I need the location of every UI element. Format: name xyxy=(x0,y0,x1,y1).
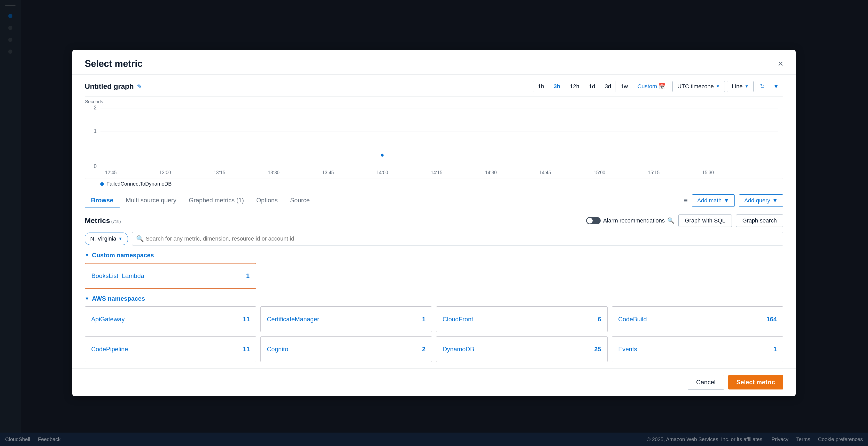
time-3d[interactable]: 3d xyxy=(600,81,616,92)
edit-icon[interactable]: ✎ xyxy=(137,83,142,90)
time-1h[interactable]: 1h xyxy=(533,81,549,92)
namespace-card-cognito[interactable]: Cognito 2 xyxy=(260,336,432,362)
namespace-card-events[interactable]: Events 1 xyxy=(612,336,783,362)
info-icon: 🔍 xyxy=(667,217,674,224)
svg-text:14:45: 14:45 xyxy=(539,170,551,175)
time-12h[interactable]: 12h xyxy=(565,81,584,92)
custom-namespaces-grid: BooksList_Lambda 1 xyxy=(85,263,783,289)
privacy-link[interactable]: Privacy xyxy=(772,437,789,442)
svg-text:1: 1 xyxy=(94,128,97,134)
svg-text:14:30: 14:30 xyxy=(485,170,497,175)
namespace-card-apigateway[interactable]: ApiGateway 11 xyxy=(85,306,256,332)
namespace-card-bookslist[interactable]: BooksList_Lambda 1 xyxy=(85,263,256,289)
tab-options[interactable]: Options xyxy=(250,193,284,208)
namespace-count-codebuild: 164 xyxy=(767,316,777,323)
close-button[interactable]: × xyxy=(778,59,783,68)
namespace-name-bookslist: BooksList_Lambda xyxy=(91,272,144,279)
svg-text:14:00: 14:00 xyxy=(376,170,388,175)
aws-namespaces-section: ▼ AWS namespaces ApiGateway 11 Certifica… xyxy=(85,295,783,362)
alarm-toggle[interactable] xyxy=(586,217,601,224)
chart-svg: 2 1 0 12:45 13:00 13:15 13:30 13:45 14:0… xyxy=(85,97,783,179)
namespace-card-codebuild[interactable]: CodeBuild 164 xyxy=(612,306,783,332)
namespace-name-events: Events xyxy=(618,346,637,353)
svg-text:15:30: 15:30 xyxy=(702,170,714,175)
namespace-count-codepipeline: 11 xyxy=(243,346,250,353)
graph-search-button[interactable]: Graph search xyxy=(736,214,783,227)
graph-title-row: Untitled graph ✎ xyxy=(85,82,142,91)
graph-title: Untitled graph xyxy=(85,82,134,91)
drag-handle-icon: ≡ xyxy=(679,197,692,205)
tab-graphed-metrics[interactable]: Graphed metrics (1) xyxy=(183,193,250,208)
svg-text:13:15: 13:15 xyxy=(214,170,225,175)
time-1w[interactable]: 1w xyxy=(616,81,633,92)
add-query-button[interactable]: Add query ▼ xyxy=(739,194,783,207)
add-math-arrow-icon: ▼ xyxy=(723,197,729,204)
time-custom[interactable]: Custom 📅 xyxy=(633,81,671,92)
chart-container: Seconds 2 1 0 12:45 13:00 13:15 13:30 xyxy=(85,96,783,179)
svg-text:13:30: 13:30 xyxy=(268,170,280,175)
aws-namespaces-heading[interactable]: ▼ AWS namespaces xyxy=(85,295,783,302)
namespace-name-cloudfront: CloudFront xyxy=(442,316,473,323)
search-row: N. Virginia ▼ 🔍 xyxy=(85,232,783,245)
metrics-section: Metrics (719) Alarm recommendations 🔍 Gr… xyxy=(72,208,796,368)
select-metric-button[interactable]: Select metric xyxy=(728,375,783,389)
cookie-link[interactable]: Cookie preferences xyxy=(818,437,863,442)
aws-namespaces-grid: ApiGateway 11 CertificateManager 1 Cloud… xyxy=(85,306,783,362)
legend-dot xyxy=(100,182,104,186)
svg-text:14:15: 14:15 xyxy=(431,170,442,175)
time-3h[interactable]: 3h xyxy=(549,81,565,92)
select-metric-modal: Select metric × Untitled graph ✎ 1h 3h 1… xyxy=(72,50,796,396)
alarm-recommendations-row: Alarm recommendations 🔍 xyxy=(586,217,674,224)
chart-legend: FailedConnectToDynamoDB xyxy=(85,179,783,187)
y-axis-label: Seconds xyxy=(85,99,103,105)
refresh-dropdown[interactable]: ▼ xyxy=(769,81,783,92)
metrics-title-row: Metrics (719) xyxy=(85,216,121,225)
namespace-card-certificatemanager[interactable]: CertificateManager 1 xyxy=(260,306,432,332)
cloudshell-label[interactable]: CloudShell xyxy=(5,437,30,442)
search-input[interactable] xyxy=(132,232,783,245)
metrics-count: (719) xyxy=(111,219,121,224)
timezone-dropdown[interactable]: UTC timezone ▼ xyxy=(673,81,724,92)
custom-namespaces-heading[interactable]: ▼ Custom namespaces xyxy=(85,252,783,259)
namespace-name-certificatemanager: CertificateManager xyxy=(267,316,319,323)
graph-toolbar: Untitled graph ✎ 1h 3h 12h 1d 3d 1w Cust… xyxy=(85,81,783,92)
feedback-label[interactable]: Feedback xyxy=(38,437,61,442)
terms-link[interactable]: Terms xyxy=(796,437,810,442)
modal-footer: Cancel Select metric xyxy=(72,368,796,396)
time-1d[interactable]: 1d xyxy=(584,81,600,92)
tab-source[interactable]: Source xyxy=(284,193,316,208)
svg-text:12:45: 12:45 xyxy=(105,170,117,175)
tab-multi-source[interactable]: Multi source query xyxy=(120,193,183,208)
modal-overlay: Select metric × Untitled graph ✎ 1h 3h 1… xyxy=(0,0,868,446)
namespace-count-dynamodb: 25 xyxy=(594,346,601,353)
alarm-label: Alarm recommendations xyxy=(603,217,665,224)
namespace-count-bookslist: 1 xyxy=(246,272,250,279)
chart-type-arrow-icon: ▼ xyxy=(745,84,749,89)
namespace-count-certificatemanager: 1 xyxy=(422,316,426,323)
graph-with-sql-button[interactable]: Graph with SQL xyxy=(678,214,732,227)
metrics-title: Metrics xyxy=(85,216,110,225)
aws-collapse-arrow-icon: ▼ xyxy=(85,296,89,302)
namespace-count-cloudfront: 6 xyxy=(598,316,601,323)
add-query-arrow-icon: ▼ xyxy=(772,197,778,204)
chart-type-dropdown[interactable]: Line ▼ xyxy=(727,81,753,92)
namespace-name-apigateway: ApiGateway xyxy=(91,316,125,323)
metrics-controls: Alarm recommendations 🔍 Graph with SQL G… xyxy=(586,214,783,227)
add-math-button[interactable]: Add math ▼ xyxy=(692,194,735,207)
time-controls: 1h 3h 12h 1d 3d 1w Custom 📅 UTC timezone xyxy=(533,81,783,92)
refresh-button[interactable]: ↻ xyxy=(756,81,769,92)
modal-title: Select metric xyxy=(85,58,143,69)
namespace-count-apigateway: 11 xyxy=(243,316,250,323)
namespace-card-cloudfront[interactable]: CloudFront 6 xyxy=(436,306,608,332)
modal-header: Select metric × xyxy=(72,50,796,75)
timezone-arrow-icon: ▼ xyxy=(716,84,720,89)
namespace-card-dynamodb[interactable]: DynamoDB 25 xyxy=(436,336,608,362)
graph-area: Untitled graph ✎ 1h 3h 12h 1d 3d 1w Cust… xyxy=(72,75,796,187)
namespace-card-codepipeline[interactable]: CodePipeline 11 xyxy=(85,336,256,362)
svg-text:15:15: 15:15 xyxy=(648,170,659,175)
namespace-name-dynamodb: DynamoDB xyxy=(442,346,474,353)
tab-browse[interactable]: Browse xyxy=(85,193,120,208)
cancel-button[interactable]: Cancel xyxy=(688,375,724,390)
bottom-bar: CloudShell Feedback © 2025, Amazon Web S… xyxy=(0,433,868,446)
region-button[interactable]: N. Virginia ▼ xyxy=(85,233,128,245)
